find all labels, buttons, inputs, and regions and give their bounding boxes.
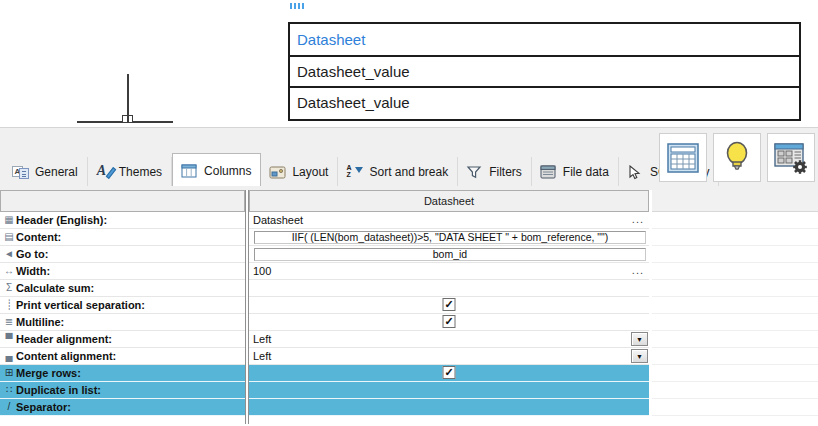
column-preview-table: Datasheet Datasheet_value Datasheet_valu… <box>288 22 801 121</box>
row-label: Content alignment: <box>16 350 116 362</box>
go-to-value: bom_id <box>433 248 467 260</box>
tab-bar: A General A Themes <box>4 153 719 186</box>
grid-header-filler <box>652 190 818 212</box>
preview-value-text: Datasheet_value <box>297 63 410 80</box>
grid-column-title: Datasheet <box>424 195 474 207</box>
row-label: Go to: <box>16 248 48 260</box>
print-vertical-separation-checkbox[interactable]: ✓ <box>443 298 456 311</box>
row-go-to: ◄ Go to: bom_id <box>0 246 818 263</box>
preview-header-cell[interactable]: Datasheet <box>290 24 799 55</box>
toolbar: A General A Themes <box>0 127 818 190</box>
preview-value-cell[interactable]: Datasheet_value <box>290 86 799 117</box>
content-alignment-select[interactable]: Left ▼ <box>249 348 649 365</box>
general-icon: A <box>12 165 29 179</box>
table-icon <box>666 142 700 174</box>
chevron-down-icon: ▼ <box>636 336 643 343</box>
tips-button[interactable] <box>713 133 761 182</box>
multiline-checkbox[interactable]: ✓ <box>443 315 456 328</box>
header-alignment-icon: ▀ <box>2 333 16 345</box>
row-label: Header alignment: <box>16 333 112 345</box>
tab-file-data[interactable]: File data <box>532 157 619 186</box>
row-duplicate-in-list: ∷ Duplicate in list: <box>0 382 818 399</box>
sort-break-icon: AZ <box>346 165 363 179</box>
selected-option: Left <box>253 333 271 345</box>
ellipsis-button[interactable]: ... <box>632 264 644 276</box>
ellipsis-button[interactable]: ... <box>632 213 644 225</box>
formula-text: IIF( (LEN(bom_datasheet))>5, "DATA SHEET… <box>292 231 609 243</box>
calculate-sum-field[interactable] <box>249 280 649 297</box>
row-label: Duplicate in list: <box>16 384 101 396</box>
content-alignment-icon: ▄ <box>2 350 16 362</box>
separator-field[interactable] <box>249 399 649 416</box>
column-properties-window: Datasheet Datasheet_value Datasheet_valu… <box>0 0 818 426</box>
row-print-vertical-separation: ┊ Print vertical separation: ✓ <box>0 297 818 314</box>
row-separator: / Separator: <box>0 399 818 416</box>
content-formula-field[interactable]: IIF( (LEN(bom_datasheet))>5, "DATA SHEET… <box>254 231 646 244</box>
row-label: Width: <box>16 265 50 277</box>
go-to-arrow-icon: ◄ <box>2 248 16 260</box>
selected-option: Left <box>253 350 271 362</box>
row-calculate-sum: Σ Calculate sum: <box>0 280 818 297</box>
preview-value-text: Datasheet_value <box>297 94 410 111</box>
sql-cursor-icon <box>627 165 644 179</box>
tab-themes[interactable]: A Themes <box>88 157 172 186</box>
grid-header-label-cell <box>0 190 245 212</box>
tab-sort-label: Sort and break <box>369 165 448 179</box>
row-header-alignment: ▀ Header alignment: Left ▼ <box>0 331 818 348</box>
selection-marker <box>290 3 304 9</box>
file-data-icon <box>540 165 557 179</box>
row-width: ↔ Width: 100 ... <box>0 263 818 280</box>
duplicate-in-list-field[interactable] <box>249 382 649 399</box>
tab-general-label: General <box>35 165 78 179</box>
tab-layout[interactable]: Layout <box>261 157 338 186</box>
grid-header-row: Datasheet <box>0 190 818 212</box>
themes-icon: A <box>96 165 113 179</box>
dropdown-button[interactable]: ▼ <box>631 349 648 363</box>
row-label: Header (English): <box>16 214 107 226</box>
content-doc-icon: ▤ <box>2 231 16 243</box>
vertical-separator-icon: ┊ <box>2 299 16 311</box>
tab-file-data-label: File data <box>563 165 609 179</box>
width-arrow-icon: ↔ <box>2 265 16 277</box>
filter-icon <box>466 165 483 179</box>
row-label: Print vertical separation: <box>16 299 145 311</box>
sigma-icon: Σ <box>2 282 16 294</box>
row-label: Merge rows: <box>16 367 81 379</box>
merge-rows-icon: ⊞ <box>2 367 16 379</box>
table-preview-button[interactable] <box>659 133 707 182</box>
columns-icon <box>181 164 198 178</box>
row-label: Separator: <box>16 401 71 413</box>
header-alignment-select[interactable]: Left ▼ <box>249 331 649 348</box>
dropdown-button[interactable]: ▼ <box>631 332 648 346</box>
go-to-field[interactable]: bom_id <box>254 248 646 261</box>
lightbulb-icon <box>724 141 750 175</box>
width-field[interactable]: 100 ... <box>249 263 649 280</box>
separator-slash-icon: / <box>2 401 16 413</box>
grid-header-column-cell[interactable]: Datasheet <box>249 190 649 212</box>
row-label: Calculate sum: <box>16 282 94 294</box>
row-merge-rows: ⊞ Merge rows: ✓ <box>0 365 818 382</box>
header-english-field[interactable]: Datasheet ... <box>249 212 649 229</box>
tab-sort-and-break[interactable]: AZ Sort and break <box>338 157 458 186</box>
table-gear-icon <box>773 141 809 175</box>
tab-filters[interactable]: Filters <box>458 157 532 186</box>
tab-layout-label: Layout <box>292 165 328 179</box>
row-multiline: ≣ Multiline: ✓ <box>0 314 818 331</box>
row-label: Content: <box>16 231 61 243</box>
row-content-alignment: ▄ Content alignment: Left ▼ <box>0 348 818 365</box>
duplicate-icon: ∷ <box>2 384 16 396</box>
merge-rows-checkbox[interactable]: ✓ <box>443 366 456 379</box>
tab-themes-label: Themes <box>119 165 162 179</box>
tab-columns-label: Columns <box>204 164 251 178</box>
field-value: Datasheet <box>253 214 303 226</box>
tab-columns[interactable]: Columns <box>172 153 261 186</box>
schematic-pin <box>122 115 133 123</box>
table-header-icon: ▦ <box>2 214 16 226</box>
layout-icon <box>269 165 286 179</box>
chevron-down-icon: ▼ <box>636 353 643 360</box>
grid-column-splitter[interactable] <box>245 190 249 424</box>
column-property-grid: Datasheet ▦ Header (English): Datasheet … <box>0 190 818 426</box>
tab-general[interactable]: A General <box>4 157 88 186</box>
preview-value-cell[interactable]: Datasheet_value <box>290 55 799 86</box>
table-settings-button[interactable] <box>767 133 815 182</box>
